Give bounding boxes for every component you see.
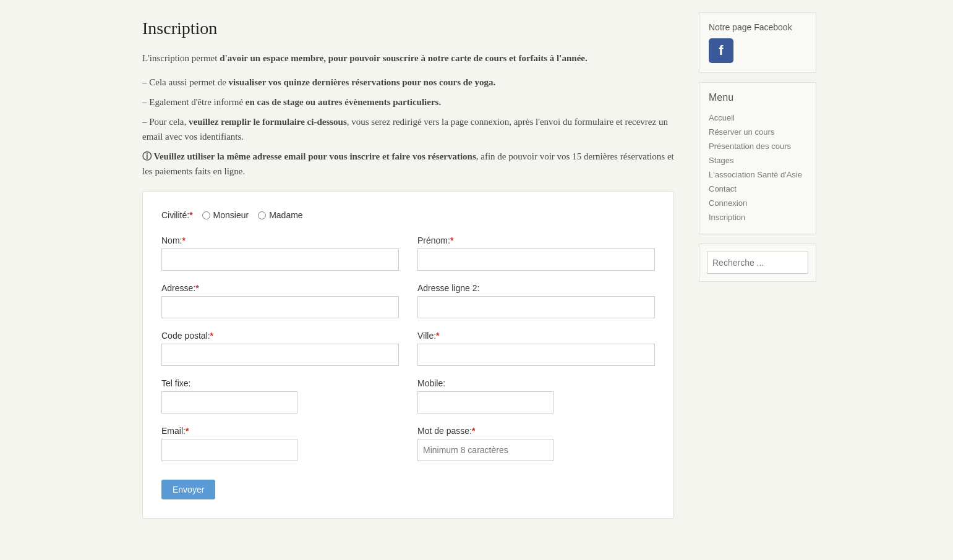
menu-item[interactable]: Présentation des cours bbox=[709, 139, 806, 153]
facebook-link[interactable]: f bbox=[709, 38, 733, 63]
madame-option[interactable]: Madame bbox=[258, 210, 302, 220]
adresse-row: Adresse:* Adresse ligne 2: bbox=[161, 283, 655, 318]
submit-row: Envoyer bbox=[161, 473, 655, 499]
search-input[interactable] bbox=[707, 252, 808, 274]
menu-item[interactable]: Accueil bbox=[709, 111, 806, 125]
email-input[interactable] bbox=[161, 439, 297, 461]
facebook-title: Notre page Facebook bbox=[709, 22, 806, 32]
page-title: Inscription bbox=[142, 19, 674, 38]
prenom-group: Prénom:* bbox=[417, 235, 655, 271]
intro-paragraph-2: – Cela aussi permet de visualiser vos qu… bbox=[142, 75, 674, 90]
menu-widget: Menu AccueilRéserver un coursPrésentatio… bbox=[699, 82, 816, 234]
email-password-row: Email:* Mot de passe:* bbox=[161, 426, 655, 461]
codepostal-ville-row: Code postal:* Ville:* bbox=[161, 331, 655, 366]
madame-radio[interactable] bbox=[258, 211, 266, 219]
monsieur-label: Monsieur bbox=[213, 210, 249, 220]
intro-paragraph-3: – Egalement d'être informé en cas de sta… bbox=[142, 95, 674, 109]
adresse2-group: Adresse ligne 2: bbox=[417, 283, 655, 318]
email-group: Email:* bbox=[161, 426, 399, 461]
menu-item[interactable]: Réserver un cours bbox=[709, 125, 806, 139]
menu-item[interactable]: Connexion bbox=[709, 196, 806, 210]
ville-group: Ville:* bbox=[417, 331, 655, 366]
madame-label: Madame bbox=[269, 210, 302, 220]
sidebar: Notre page Facebook f Menu AccueilRéserv… bbox=[693, 12, 823, 537]
menu-item[interactable]: Stages bbox=[709, 153, 806, 168]
codepostal-label: Code postal:* bbox=[161, 331, 399, 341]
telfixe-input[interactable] bbox=[161, 391, 297, 414]
adresse-group: Adresse:* bbox=[161, 283, 399, 318]
menu-items: AccueilRéserver un coursPrésentation des… bbox=[709, 111, 806, 224]
intro-warning: ⓘ Veuillez utiliser la même adresse emai… bbox=[142, 149, 674, 179]
password-group: Mot de passe:* bbox=[417, 426, 655, 461]
intro-paragraph-1: L'inscription permet d'avoir un espace m… bbox=[142, 51, 674, 66]
mobile-input[interactable] bbox=[417, 391, 553, 414]
adresse2-label: Adresse ligne 2: bbox=[417, 283, 655, 293]
prenom-label: Prénom:* bbox=[417, 235, 655, 245]
nom-input[interactable] bbox=[161, 248, 399, 271]
search-widget bbox=[699, 244, 816, 282]
telfixe-label: Tel fixe: bbox=[161, 378, 399, 388]
nom-prenom-row: Nom:* Prénom:* bbox=[161, 235, 655, 271]
civilite-label: Civilité:* bbox=[161, 210, 193, 220]
submit-button[interactable]: Envoyer bbox=[161, 480, 215, 499]
adresse-label: Adresse:* bbox=[161, 283, 399, 293]
facebook-widget: Notre page Facebook f bbox=[699, 12, 816, 73]
civilite-row: Civilité:* Monsieur Madame bbox=[161, 210, 655, 223]
menu-item[interactable]: Inscription bbox=[709, 210, 806, 224]
ville-label: Ville:* bbox=[417, 331, 655, 341]
tel-mobile-row: Tel fixe: Mobile: bbox=[161, 378, 655, 414]
menu-item[interactable]: Contact bbox=[709, 182, 806, 196]
ville-input[interactable] bbox=[417, 344, 655, 366]
codepostal-group: Code postal:* bbox=[161, 331, 399, 366]
menu-item[interactable]: L'association Santé d'Asie bbox=[709, 168, 806, 182]
password-input[interactable] bbox=[417, 439, 553, 461]
intro-paragraph-4: – Pour cela, veuillez remplir le formula… bbox=[142, 114, 674, 144]
mobile-label: Mobile: bbox=[417, 378, 655, 388]
codepostal-input[interactable] bbox=[161, 344, 399, 366]
civilite-radio-group: Monsieur Madame bbox=[202, 210, 303, 223]
nom-label: Nom:* bbox=[161, 235, 399, 245]
monsieur-radio[interactable] bbox=[202, 211, 210, 219]
nom-group: Nom:* bbox=[161, 235, 399, 271]
mobile-group: Mobile: bbox=[417, 378, 655, 414]
adresse-input[interactable] bbox=[161, 296, 399, 318]
menu-title: Menu bbox=[709, 92, 806, 103]
registration-form: Civilité:* Monsieur Madame bbox=[142, 191, 674, 519]
email-label: Email:* bbox=[161, 426, 399, 436]
monsieur-option[interactable]: Monsieur bbox=[202, 210, 249, 220]
telfixe-group: Tel fixe: bbox=[161, 378, 399, 414]
adresse2-input[interactable] bbox=[417, 296, 655, 318]
password-label: Mot de passe:* bbox=[417, 426, 655, 436]
prenom-input[interactable] bbox=[417, 248, 655, 271]
